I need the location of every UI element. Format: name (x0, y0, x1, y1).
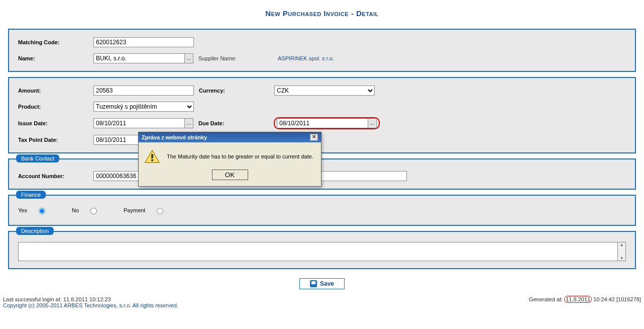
svg-rect-1 (151, 154, 153, 158)
description-textarea[interactable] (18, 242, 618, 261)
svg-rect-2 (151, 159, 153, 161)
generated-at-text: Generated at: 11.8.2011 10:24:42 [101627… (529, 296, 641, 308)
save-icon (310, 280, 317, 287)
matching-code-label: Matching Code: (18, 39, 93, 45)
bank-legend: Bank Contact (16, 154, 59, 162)
finance-no-radio[interactable] (90, 208, 97, 214)
amount-label: Amount: (18, 88, 93, 94)
bank-panel: Bank Contact Account Number: (8, 158, 636, 190)
last-login-text: Last successful login at: 11.8.2011 10:1… (3, 296, 178, 302)
finance-payment-radio[interactable] (157, 208, 163, 214)
product-select[interactable]: Tuzemský s pojištěním (93, 102, 194, 112)
due-date-input[interactable] (277, 118, 368, 128)
finance-yes-radio[interactable] (39, 208, 45, 214)
finance-panel: Finance Yes No Payment (8, 195, 636, 226)
warning-icon (145, 149, 160, 163)
due-date-picker[interactable]: … (368, 118, 377, 128)
amounts-panel: Amount: Currency: CZK Product: Tuzemský … (8, 77, 636, 153)
supplier-name-link[interactable]: ASPIRINEK spol. s r.o. (278, 55, 334, 61)
name-picker-button[interactable]: … (184, 53, 193, 63)
description-panel: Description ▲▼ (8, 231, 636, 269)
finance-no-label: No (72, 207, 79, 213)
dialog-ok-button[interactable]: OK (212, 170, 248, 180)
description-legend: Description (16, 227, 54, 235)
supplier-name-label: Supplier Name: (198, 55, 274, 61)
currency-label: Currency: (199, 88, 274, 94)
product-label: Product: (18, 104, 93, 110)
amount-input[interactable] (93, 86, 194, 96)
save-button[interactable]: Save (299, 278, 345, 289)
issue-date-picker[interactable]: … (184, 118, 193, 128)
account-label: Account Number: (18, 173, 93, 179)
page-title: New Purchased Invoice - Detail (0, 0, 644, 24)
dialog-title: Zpráva z webové stránky (142, 134, 207, 140)
finance-legend: Finance (16, 191, 46, 199)
issue-date-label: Issue Date: (18, 120, 93, 126)
account-extra-input[interactable] (306, 171, 407, 181)
issue-date-input[interactable] (93, 118, 185, 128)
textarea-scrollbar[interactable]: ▲▼ (618, 242, 626, 261)
matching-code-input[interactable] (93, 37, 194, 47)
footer: Last successful login at: 11.8.2011 10:1… (0, 294, 644, 310)
dialog-message: The Maturity date has to be greater or e… (167, 153, 315, 159)
generated-date-highlight: 11.8.2011 (564, 296, 592, 303)
identity-panel: Matching Code: Name: … Supplier Name: AS… (8, 29, 636, 72)
alert-dialog: Zpráva z webové stránky ✕ The Maturity d… (138, 132, 321, 187)
finance-payment-label: Payment (124, 207, 145, 213)
due-date-label: Due Date: (198, 120, 274, 126)
currency-select[interactable]: CZK (274, 86, 375, 96)
finance-yes-label: Yes (18, 207, 27, 213)
dialog-close-button[interactable]: ✕ (310, 134, 318, 141)
due-date-highlight: … (274, 117, 380, 129)
name-input[interactable] (93, 53, 185, 63)
copyright-text: Copyright (c) 2005-2011 ARBES Technologi… (3, 302, 178, 308)
name-label: Name: (18, 55, 93, 61)
tax-point-label: Tax Point Date: (18, 137, 93, 143)
